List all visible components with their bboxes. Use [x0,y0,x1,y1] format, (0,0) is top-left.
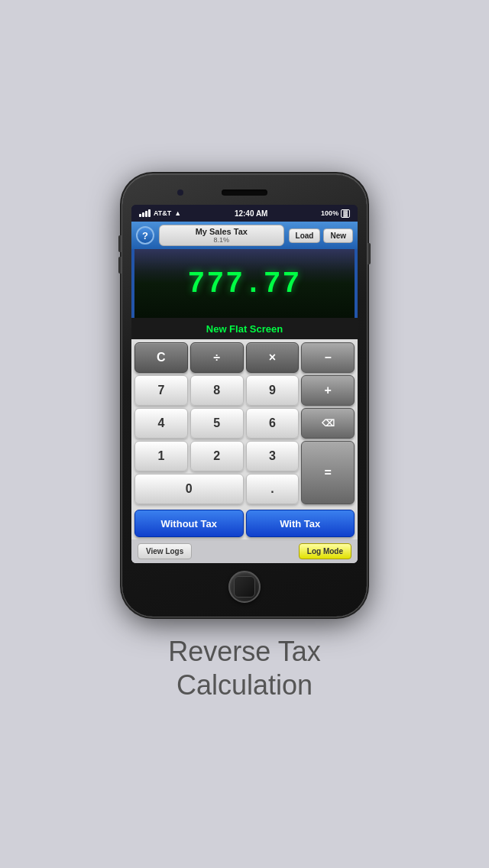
clear-key[interactable]: C [134,342,188,373]
signal-bar-1 [139,214,141,217]
bottom-bar: View Logs Log Mode [131,539,358,563]
phone-screen: AT&T ▲ 12:40 AM 100% ▓ ? My Sales Tax 8.… [131,205,358,563]
eight-key[interactable]: 8 [190,375,244,406]
log-mode-button[interactable]: Log Mode [299,543,351,559]
decimal-key[interactable]: . [246,474,300,504]
signal-bars [139,209,151,217]
phone-shell: AT&T ▲ 12:40 AM 100% ▓ ? My Sales Tax 8.… [122,174,367,617]
page-wrapper: AT&T ▲ 12:40 AM 100% ▓ ? My Sales Tax 8.… [0,151,489,716]
equals-key[interactable]: = [301,441,355,504]
help-button[interactable]: ? [136,226,154,245]
volume-up-button[interactable] [118,235,121,252]
home-button[interactable] [228,571,261,603]
load-button[interactable]: Load [289,228,321,243]
battery-icon: ▓ [341,209,350,218]
with-tax-button[interactable]: With Tax [246,510,355,537]
speaker [222,189,267,196]
status-left: AT&T ▲ [139,209,181,217]
plus-key[interactable]: + [301,375,355,406]
tax-buttons: Without Tax With Tax [131,507,358,539]
divide-key[interactable]: ÷ [190,342,244,373]
zero-key[interactable]: 0 [134,474,244,504]
keypad: C ÷ × − 7 8 9 + 4 5 6 ⌫ 1 2 3 = 0 [131,339,358,507]
caption-line1: Reverse Tax [168,635,320,668]
volume-buttons [118,235,121,274]
item-label-text: New Flat Screen [206,323,283,335]
display-value: 777.77 [188,267,302,300]
view-logs-button[interactable]: View Logs [138,543,192,559]
camera [177,189,183,196]
one-key[interactable]: 1 [134,441,188,471]
two-key[interactable]: 2 [190,441,244,471]
three-key[interactable]: 3 [246,441,300,471]
signal-bar-2 [142,212,144,217]
caption: Reverse Tax Calculation [168,635,320,701]
title-area: My Sales Tax 8.1% [159,225,284,246]
status-time: 12:40 AM [235,209,268,218]
backspace-key[interactable]: ⌫ [301,408,355,439]
header-buttons: Load New [289,228,353,243]
home-button-inner [234,576,255,598]
signal-bar-4 [148,209,151,217]
five-key[interactable]: 5 [190,408,244,439]
battery-percent: 100% [321,209,338,217]
carrier-name: AT&T [154,209,171,217]
item-label-bar: New Flat Screen [131,318,358,339]
wifi-icon: ▲ [174,209,181,217]
status-bar: AT&T ▲ 12:40 AM 100% ▓ [131,205,358,222]
new-button[interactable]: New [323,228,353,243]
without-tax-button[interactable]: Without Tax [134,510,244,537]
four-key[interactable]: 4 [134,408,188,439]
volume-down-button[interactable] [118,257,121,274]
multiply-key[interactable]: × [246,342,300,373]
minus-key[interactable]: − [301,342,355,373]
app-header: ? My Sales Tax 8.1% Load New [131,222,358,249]
app-title: My Sales Tax [164,227,279,236]
display-area: 777.77 [131,249,358,318]
nine-key[interactable]: 9 [246,375,300,406]
power-button-area [368,243,371,264]
tax-rate: 8.1% [164,236,279,244]
caption-line2: Calculation [168,669,320,701]
phone-top [131,185,358,200]
signal-bar-3 [145,211,147,217]
phone-bottom [131,563,358,606]
seven-key[interactable]: 7 [134,375,188,406]
status-right: 100% ▓ [321,209,350,218]
power-button[interactable] [368,243,371,264]
six-key[interactable]: 6 [246,408,300,439]
calc-body: New Flat Screen C ÷ × − 7 8 9 + 4 5 6 ⌫ [131,318,358,563]
